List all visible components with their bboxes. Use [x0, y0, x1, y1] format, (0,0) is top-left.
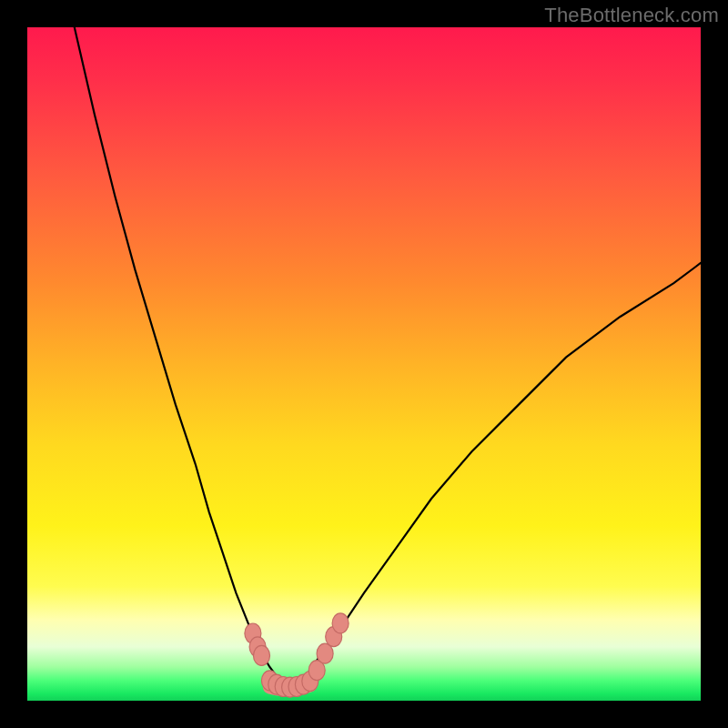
watermark-text: TheBottleneck.com [544, 4, 719, 27]
plot-area [27, 27, 701, 701]
marker-right-cluster [332, 613, 349, 633]
series-curve-right [290, 263, 701, 687]
chart-frame: TheBottleneck.com [0, 0, 728, 728]
marker-left-cluster [254, 645, 270, 665]
series-curve-left [75, 27, 290, 687]
curve-canvas [27, 27, 701, 701]
